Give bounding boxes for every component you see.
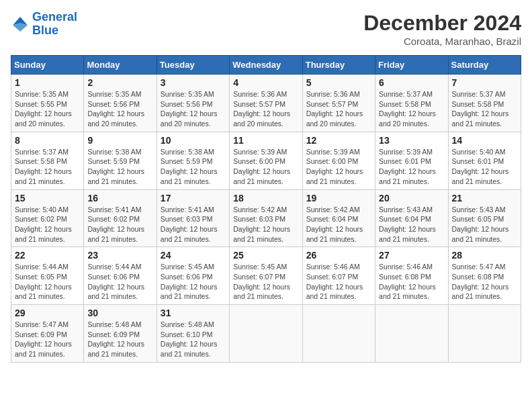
- day-number: 13: [379, 135, 444, 146]
- sunset-label: Sunset: 6:01 PM: [452, 157, 504, 165]
- day-number: 6: [379, 77, 444, 88]
- daylight-label: Daylight: 12 hours and 21 minutes.: [452, 225, 509, 243]
- day-number: 27: [379, 250, 444, 261]
- day-info: Sunrise: 5:43 AM Sunset: 6:05 PM Dayligh…: [452, 205, 517, 244]
- daylight-label: Daylight: 12 hours and 20 minutes.: [306, 109, 363, 128]
- day-number: 18: [233, 193, 298, 203]
- sunset-label: Sunset: 6:08 PM: [379, 273, 431, 281]
- sunrise-label: Sunrise: 5:41 AM: [87, 205, 141, 214]
- day-cell: 11 Sunrise: 5:39 AM Sunset: 6:00 PM Dayl…: [230, 132, 302, 189]
- day-number: 1: [15, 77, 80, 88]
- day-number: 10: [161, 135, 226, 146]
- day-number: 23: [87, 250, 152, 261]
- day-info: Sunrise: 5:37 AM Sunset: 5:58 PM Dayligh…: [452, 89, 517, 129]
- col-tuesday: Tuesday: [157, 56, 229, 75]
- daylight-label: Daylight: 12 hours and 20 minutes.: [15, 109, 72, 128]
- daylight-label: Daylight: 12 hours and 21 minutes.: [15, 167, 72, 185]
- day-info: Sunrise: 5:39 AM Sunset: 6:00 PM Dayligh…: [306, 147, 371, 187]
- day-info: Sunrise: 5:47 AM Sunset: 6:09 PM Dayligh…: [15, 320, 80, 359]
- day-number: 14: [452, 135, 517, 146]
- day-cell: 25 Sunrise: 5:45 AM Sunset: 6:07 PM Dayl…: [230, 247, 302, 305]
- day-cell: 10 Sunrise: 5:38 AM Sunset: 5:59 PM Dayl…: [157, 132, 229, 189]
- day-info: Sunrise: 5:45 AM Sunset: 6:07 PM Dayligh…: [233, 262, 298, 302]
- day-cell: 31 Sunrise: 5:48 AM Sunset: 6:10 PM Dayl…: [157, 305, 229, 363]
- sunrise-label: Sunrise: 5:36 AM: [306, 90, 360, 98]
- day-number: 5: [306, 77, 371, 88]
- daylight-label: Daylight: 12 hours and 21 minutes.: [87, 340, 144, 358]
- day-number: 21: [452, 193, 517, 203]
- week-row-2: 8 Sunrise: 5:37 AM Sunset: 5:58 PM Dayli…: [11, 132, 521, 189]
- sunset-label: Sunset: 5:58 PM: [379, 100, 431, 108]
- sunrise-label: Sunrise: 5:36 AM: [233, 90, 287, 98]
- day-info: Sunrise: 5:48 AM Sunset: 6:10 PM Dayligh…: [161, 320, 226, 359]
- col-sunday: Sunday: [11, 56, 84, 75]
- title-block: December 2024 Coroata, Maranhao, Brazil: [363, 11, 521, 47]
- daylight-label: Daylight: 12 hours and 21 minutes.: [452, 109, 509, 128]
- day-cell: 5 Sunrise: 5:36 AM Sunset: 5:57 PM Dayli…: [302, 75, 375, 132]
- daylight-label: Daylight: 12 hours and 21 minutes.: [306, 167, 363, 185]
- daylight-label: Daylight: 12 hours and 21 minutes.: [15, 283, 72, 301]
- logo: General Blue: [11, 11, 77, 38]
- logo-icon: [11, 15, 30, 34]
- day-cell: 21 Sunrise: 5:43 AM Sunset: 6:05 PM Dayl…: [448, 189, 521, 247]
- day-cell: 9 Sunrise: 5:38 AM Sunset: 5:59 PM Dayli…: [84, 132, 157, 189]
- sunrise-label: Sunrise: 5:38 AM: [87, 148, 141, 156]
- daylight-label: Daylight: 12 hours and 21 minutes.: [379, 225, 436, 243]
- days-of-week-row: Sunday Monday Tuesday Wednesday Thursday…: [11, 56, 521, 75]
- sunrise-label: Sunrise: 5:45 AM: [161, 263, 214, 271]
- day-cell: 15 Sunrise: 5:40 AM Sunset: 6:02 PM Dayl…: [11, 189, 84, 247]
- sunset-label: Sunset: 6:02 PM: [15, 215, 67, 223]
- day-number: 22: [15, 250, 80, 261]
- sunset-label: Sunset: 5:59 PM: [87, 157, 140, 165]
- daylight-label: Daylight: 12 hours and 21 minutes.: [452, 283, 509, 301]
- sunset-label: Sunset: 6:06 PM: [161, 273, 213, 281]
- daylight-label: Daylight: 12 hours and 20 minutes.: [161, 109, 218, 128]
- sunrise-label: Sunrise: 5:43 AM: [379, 205, 433, 214]
- day-cell: [230, 305, 302, 363]
- daylight-label: Daylight: 12 hours and 21 minutes.: [15, 340, 72, 358]
- day-number: 9: [87, 135, 152, 146]
- sunset-label: Sunset: 6:07 PM: [233, 273, 285, 281]
- day-cell: 8 Sunrise: 5:37 AM Sunset: 5:58 PM Dayli…: [11, 132, 84, 189]
- day-cell: 3 Sunrise: 5:35 AM Sunset: 5:56 PM Dayli…: [157, 75, 229, 132]
- day-number: 12: [306, 135, 371, 146]
- sunset-label: Sunset: 6:05 PM: [452, 215, 504, 223]
- day-info: Sunrise: 5:36 AM Sunset: 5:57 PM Dayligh…: [306, 89, 371, 129]
- sunset-label: Sunset: 6:07 PM: [306, 273, 359, 281]
- day-cell: 27 Sunrise: 5:46 AM Sunset: 6:08 PM Dayl…: [375, 247, 448, 305]
- daylight-label: Daylight: 12 hours and 21 minutes.: [87, 167, 144, 185]
- day-cell: 22 Sunrise: 5:44 AM Sunset: 6:05 PM Dayl…: [11, 247, 84, 305]
- sunrise-label: Sunrise: 5:40 AM: [452, 148, 506, 156]
- day-number: 29: [15, 308, 80, 318]
- day-number: 16: [87, 193, 152, 203]
- day-info: Sunrise: 5:38 AM Sunset: 5:59 PM Dayligh…: [161, 147, 226, 187]
- sunrise-label: Sunrise: 5:38 AM: [161, 148, 214, 156]
- sunrise-label: Sunrise: 5:40 AM: [15, 205, 69, 214]
- day-cell: 26 Sunrise: 5:46 AM Sunset: 6:07 PM Dayl…: [302, 247, 375, 305]
- main-title: December 2024: [363, 11, 521, 36]
- sunrise-label: Sunrise: 5:46 AM: [306, 263, 360, 271]
- sunrise-label: Sunrise: 5:43 AM: [452, 205, 506, 214]
- day-number: 28: [452, 250, 517, 261]
- day-cell: 18 Sunrise: 5:42 AM Sunset: 6:03 PM Dayl…: [230, 189, 302, 247]
- sunset-label: Sunset: 6:09 PM: [87, 330, 140, 338]
- day-info: Sunrise: 5:39 AM Sunset: 6:01 PM Dayligh…: [379, 147, 444, 187]
- day-number: 4: [233, 77, 298, 88]
- subtitle: Coroata, Maranhao, Brazil: [363, 36, 521, 47]
- sunset-label: Sunset: 6:01 PM: [379, 157, 431, 165]
- daylight-label: Daylight: 12 hours and 21 minutes.: [15, 225, 72, 243]
- day-number: 20: [379, 193, 444, 203]
- day-cell: 12 Sunrise: 5:39 AM Sunset: 6:00 PM Dayl…: [302, 132, 375, 189]
- sunrise-label: Sunrise: 5:46 AM: [379, 263, 433, 271]
- day-number: 26: [306, 250, 371, 261]
- sunset-label: Sunset: 5:58 PM: [452, 100, 504, 108]
- day-info: Sunrise: 5:46 AM Sunset: 6:07 PM Dayligh…: [306, 262, 371, 302]
- day-number: 31: [161, 308, 226, 318]
- sunset-label: Sunset: 5:58 PM: [15, 157, 67, 165]
- sunrise-label: Sunrise: 5:42 AM: [233, 205, 287, 214]
- sunset-label: Sunset: 5:55 PM: [15, 100, 67, 108]
- day-cell: 29 Sunrise: 5:47 AM Sunset: 6:09 PM Dayl…: [11, 305, 84, 363]
- day-info: Sunrise: 5:35 AM Sunset: 5:56 PM Dayligh…: [161, 89, 226, 129]
- daylight-label: Daylight: 12 hours and 20 minutes.: [87, 109, 144, 128]
- sunrise-label: Sunrise: 5:44 AM: [87, 263, 141, 271]
